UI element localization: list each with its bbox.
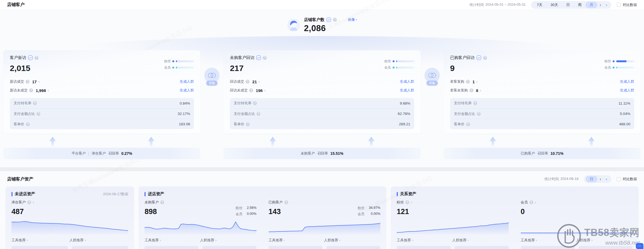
trend-chart-icon[interactable] xyxy=(256,55,261,60)
help-icon[interactable] xyxy=(26,122,30,126)
range-week[interactable]: 周 xyxy=(574,2,586,8)
tool-button-gravity-cube[interactable]: 引力魔方 xyxy=(11,246,68,249)
help-icon[interactable] xyxy=(246,122,250,126)
help-icon[interactable] xyxy=(529,200,533,204)
chevron-right-icon[interactable] xyxy=(48,88,49,93)
help-icon[interactable] xyxy=(405,200,409,204)
members-dot-icon xyxy=(172,67,174,69)
crowd-recommend-link[interactable]: 人群推荐 xyxy=(576,238,592,243)
compare-checkbox[interactable] xyxy=(617,3,621,7)
crowd-button-first-order[interactable]: 首单客户 xyxy=(326,246,380,249)
fans-members-legend: 粉丝 会员 xyxy=(164,59,194,70)
help-icon[interactable] xyxy=(470,88,473,92)
help-icon[interactable] xyxy=(160,200,164,204)
chevron-right-icon[interactable] xyxy=(480,88,481,93)
crowd-recommend-link[interactable]: 人群推荐 xyxy=(452,238,469,243)
help-icon[interactable] xyxy=(483,56,487,60)
generate-crowd-link[interactable]: 生成人群 xyxy=(620,79,634,84)
range-month[interactable]: 月 xyxy=(586,2,597,8)
help-icon[interactable] xyxy=(246,80,249,84)
portrait-link[interactable]: 画像 xyxy=(348,17,357,22)
trend-chart-icon[interactable] xyxy=(28,55,33,60)
range-day[interactable]: 日 xyxy=(586,176,597,182)
tools-recommend-link[interactable]: 工具推荐 xyxy=(397,238,413,243)
asset-metric-label: 粉丝 xyxy=(397,200,404,205)
recall-rate-value: 10.71% xyxy=(550,151,563,156)
trend-chart-icon[interactable] xyxy=(326,17,331,22)
compare-toggle[interactable]: 对比数据 xyxy=(617,2,637,7)
crowd-button-high-intent[interactable]: 高意向... xyxy=(202,246,256,249)
help-icon[interactable] xyxy=(466,80,470,84)
tool-button-gravity-cube[interactable]: 引力魔方 xyxy=(145,246,198,249)
generate-crowd-link[interactable]: 生成人群 xyxy=(620,88,634,93)
asset-card-title: 进店资产 xyxy=(148,191,164,197)
tool-button-old-customer-discount[interactable]: 老客直减 xyxy=(269,246,323,249)
tool-button-internal-sale[interactable]: 内购会 xyxy=(521,246,575,249)
generate-crowd-link[interactable]: 生成人群 xyxy=(180,88,194,93)
recall-label: 平台客户 xyxy=(72,151,86,156)
topbar: 店铺客户 统计时间 2024-05-01 ~ 2024-05-31 7天 30天… xyxy=(0,0,644,10)
help-icon[interactable] xyxy=(26,80,29,84)
prev-period-icon[interactable]: ‹ xyxy=(597,176,604,182)
crowd-button-30day[interactable]: 30天... xyxy=(579,246,633,249)
help-icon[interactable] xyxy=(253,101,257,105)
help-icon[interactable] xyxy=(29,88,33,92)
sub-metric-row: 回访未成交 196 生成人群 xyxy=(230,86,414,95)
fans-members-stats: 粉丝2.56% 会员0.00% xyxy=(236,206,256,217)
compare-toggle[interactable]: 对比数据 xyxy=(617,177,637,182)
tool-button-follow-discount[interactable]: 关注立减 xyxy=(397,246,451,249)
chevron-right-icon[interactable] xyxy=(535,200,536,204)
help-icon[interactable] xyxy=(35,56,38,60)
tools-recommend-link[interactable]: 工具推荐 xyxy=(269,238,285,243)
help-icon[interactable] xyxy=(473,101,477,105)
next-period-icon[interactable]: › xyxy=(603,2,610,8)
tools-recommend-link[interactable]: 工具推荐 xyxy=(11,238,28,243)
recall-bar: 已购客户 召回率 10.71% xyxy=(444,148,641,159)
next-period-icon[interactable]: › xyxy=(603,176,610,182)
help-icon[interactable] xyxy=(37,112,40,116)
crowd-recommend-link[interactable]: 人群推荐 xyxy=(324,238,340,243)
range-30d[interactable]: 30天 xyxy=(546,2,562,8)
section-divider xyxy=(0,167,644,171)
sub-metric-row: 老客复购 1 生成人群 xyxy=(450,77,634,86)
help-icon[interactable] xyxy=(27,200,31,204)
crowd-button-potential[interactable]: 潜在客户 xyxy=(72,246,128,249)
tools-recommend-link[interactable]: 工具推荐 xyxy=(521,238,537,243)
generate-crowd-link[interactable]: 生成人群 xyxy=(180,79,194,84)
help-icon[interactable] xyxy=(284,200,288,204)
generate-crowd-link[interactable]: 生成人群 xyxy=(400,79,414,84)
chat-widget[interactable] xyxy=(636,243,643,249)
help-icon[interactable] xyxy=(33,101,37,105)
compare-checkbox[interactable] xyxy=(617,177,621,181)
chevron-right-icon[interactable] xyxy=(38,79,40,84)
chevron-right-icon[interactable] xyxy=(264,88,266,93)
help-icon[interactable] xyxy=(263,56,267,60)
members-dot-icon xyxy=(613,67,615,69)
range-7d[interactable]: 7天 xyxy=(533,2,546,8)
prev-period-icon[interactable]: ‹ xyxy=(597,2,604,8)
trend-chart-icon[interactable] xyxy=(477,55,481,60)
help-icon[interactable] xyxy=(249,88,253,92)
card-title: 已购客户回访 xyxy=(450,55,475,60)
sub-label: 老客复购 xyxy=(450,79,464,84)
tools-recommend-link[interactable]: 工具推荐 xyxy=(145,238,161,243)
chevron-right-icon[interactable] xyxy=(476,79,478,84)
metric-label: 支付金额占比 xyxy=(14,111,35,116)
help-icon[interactable] xyxy=(477,112,481,116)
help-icon[interactable] xyxy=(333,18,337,22)
fans-label: 粉丝 xyxy=(358,206,365,211)
chevron-right-icon[interactable] xyxy=(411,200,412,204)
crowd-recommend-link[interactable]: 人群推荐 xyxy=(200,238,216,243)
help-icon[interactable] xyxy=(257,112,260,116)
card-title: 未购客户回访 xyxy=(230,55,254,60)
sub-label: 回访未成交 xyxy=(230,88,248,93)
metric-label: 支付转化率 xyxy=(234,101,251,106)
help-icon[interactable] xyxy=(466,122,470,126)
chevron-right-icon[interactable] xyxy=(258,79,260,84)
crowd-button-browse-book[interactable]: 爱看本... xyxy=(455,246,508,249)
chevron-right-icon[interactable] xyxy=(33,200,34,204)
sub-value: 21 xyxy=(252,79,257,84)
range-day[interactable]: 日 xyxy=(562,2,574,8)
crowd-recommend-link[interactable]: 人群推荐 xyxy=(69,238,86,243)
generate-crowd-link[interactable]: 生成人群 xyxy=(400,88,414,93)
